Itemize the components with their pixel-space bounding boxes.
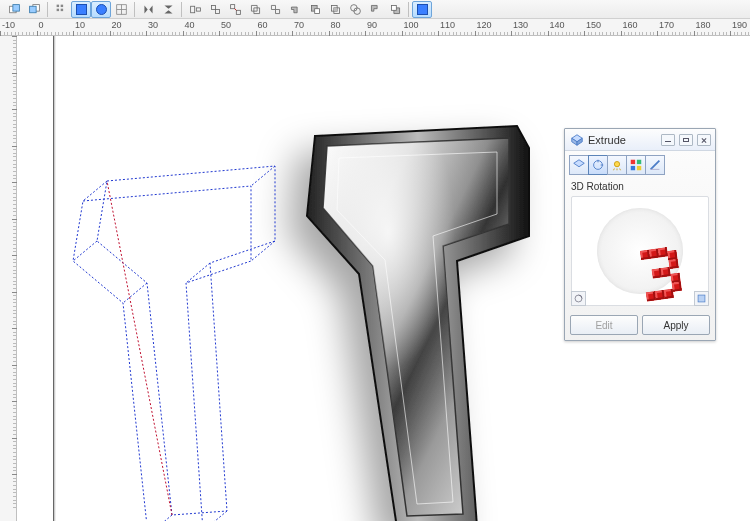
apply-button[interactable]: Apply — [642, 315, 710, 335]
rotation-reset-button[interactable] — [694, 291, 709, 306]
docker-tabs — [565, 151, 715, 175]
svg-rect-21 — [391, 5, 396, 10]
toolbar-separator — [181, 2, 182, 17]
intersect-button[interactable] — [325, 1, 345, 18]
svg-rect-6 — [56, 8, 58, 10]
property-toolbar — [0, 0, 750, 19]
front-minus-button[interactable] — [365, 1, 385, 18]
vertical-ruler[interactable] — [0, 36, 17, 521]
svg-rect-10 — [211, 5, 215, 9]
svg-rect-7 — [60, 8, 62, 10]
group-button[interactable] — [205, 1, 225, 18]
horizontal-ruler[interactable]: -100102030405060708090100110120130140150… — [0, 19, 750, 36]
snap-grid-button[interactable] — [51, 1, 71, 18]
snap-grid2-button[interactable] — [111, 1, 131, 18]
circle-icon — [96, 4, 107, 15]
align-button[interactable] — [185, 1, 205, 18]
docker-minimize-button[interactable] — [661, 134, 675, 146]
options-button[interactable] — [412, 1, 432, 18]
section-label: 3D Rotation — [565, 175, 715, 194]
svg-rect-12 — [230, 4, 234, 8]
svg-point-23 — [614, 162, 619, 167]
ungroup-button[interactable] — [225, 1, 245, 18]
edit-button[interactable]: Edit — [570, 315, 638, 335]
weld-button[interactable] — [285, 1, 305, 18]
svg-rect-18 — [333, 7, 336, 10]
extrude-icon — [569, 132, 584, 147]
extrude-color-tab[interactable] — [626, 155, 646, 175]
extrude-camera-tab[interactable] — [569, 155, 589, 175]
extrude-rotation-tab[interactable] — [588, 155, 608, 175]
svg-rect-29 — [698, 295, 705, 302]
toolbar-separator — [408, 2, 409, 17]
to-back-button[interactable] — [24, 1, 44, 18]
svg-rect-5 — [60, 4, 62, 6]
simplify-button[interactable] — [345, 1, 365, 18]
snap-object-button[interactable] — [71, 1, 91, 18]
svg-rect-11 — [215, 9, 219, 13]
toolbar-separator — [134, 2, 135, 17]
svg-rect-9 — [196, 7, 200, 10]
wireframe-seven-object[interactable] — [37, 131, 317, 521]
svg-rect-27 — [637, 166, 641, 170]
combine-button[interactable] — [245, 1, 265, 18]
docker-title-text: Extrude — [588, 134, 661, 146]
docker-titlebar[interactable]: Extrude — [565, 129, 715, 151]
flip-h-button[interactable] — [138, 1, 158, 18]
svg-rect-25 — [637, 160, 641, 164]
extrude-bevel-tab[interactable] — [645, 155, 665, 175]
svg-rect-13 — [236, 10, 240, 14]
docker-expand-button[interactable] — [679, 134, 693, 146]
break-button[interactable] — [265, 1, 285, 18]
rotation-preview[interactable] — [571, 196, 709, 306]
toolbar-separator — [47, 2, 48, 17]
square-icon — [417, 4, 428, 15]
svg-rect-3 — [29, 6, 36, 13]
svg-rect-15 — [314, 8, 319, 13]
square-icon — [76, 4, 87, 15]
extrude-docker: Extrude 3D Rotation — [564, 128, 716, 341]
docker-close-button[interactable] — [697, 134, 711, 146]
rotation-trackball[interactable] — [597, 208, 683, 294]
svg-rect-26 — [631, 166, 635, 170]
back-minus-button[interactable] — [385, 1, 405, 18]
trim-button[interactable] — [305, 1, 325, 18]
svg-rect-24 — [631, 160, 635, 164]
snap-circle-button[interactable] — [91, 1, 111, 18]
to-front-button[interactable] — [4, 1, 24, 18]
flip-v-button[interactable] — [158, 1, 178, 18]
drawing-canvas[interactable]: Extrude 3D Rotation — [17, 36, 750, 521]
svg-rect-4 — [56, 4, 58, 6]
extrude-light-tab[interactable] — [607, 155, 627, 175]
svg-rect-8 — [190, 6, 194, 13]
rotation-values-button[interactable] — [571, 291, 586, 306]
svg-rect-1 — [12, 4, 19, 11]
